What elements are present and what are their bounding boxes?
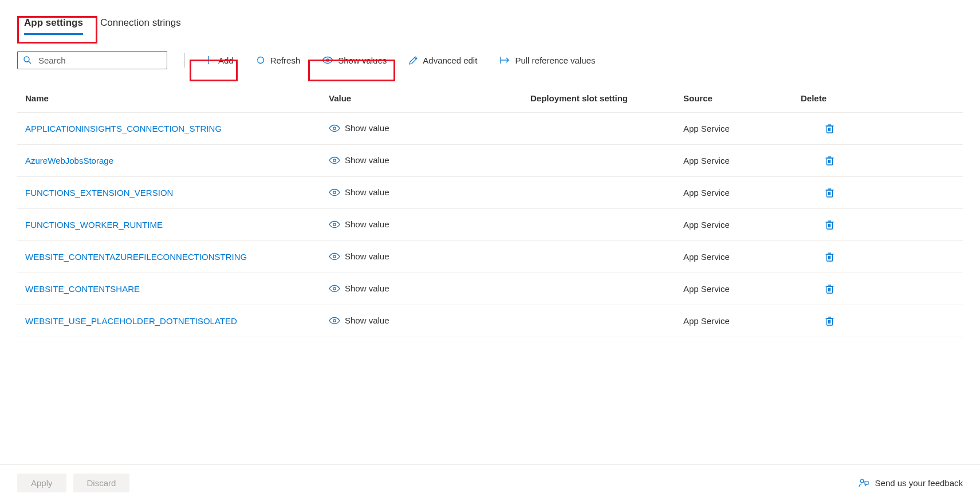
table-row: WEBSITE_CONTENTSHAREShow valueApp Servic…: [17, 273, 963, 305]
pencil-icon: [408, 56, 418, 65]
column-header-deployment-slot[interactable]: Deployment slot setting: [530, 93, 683, 103]
tab-connection-strings[interactable]: Connection strings: [100, 17, 181, 35]
add-label: Add: [218, 56, 234, 65]
svg-point-0: [24, 57, 29, 62]
setting-name-link[interactable]: AzureWebJobsStorage: [25, 156, 329, 165]
source-cell: App Service: [683, 156, 801, 165]
svg-point-57: [860, 479, 864, 483]
show-values-button[interactable]: Show values: [318, 53, 390, 68]
delete-button[interactable]: [825, 123, 835, 134]
eye-icon: [329, 188, 340, 196]
eye-icon: [329, 317, 340, 325]
setting-name-link[interactable]: APPLICATIONINSIGHTS_CONNECTION_STRING: [25, 124, 329, 133]
show-value-label: Show value: [345, 251, 389, 261]
refresh-button[interactable]: Refresh: [252, 53, 304, 68]
svg-point-50: [333, 319, 336, 322]
show-value-button[interactable]: Show value: [329, 315, 389, 325]
source-cell: App Service: [683, 284, 801, 294]
column-header-value[interactable]: Value: [329, 93, 530, 103]
show-value-button[interactable]: Show value: [329, 187, 389, 197]
search-input[interactable]: [17, 51, 167, 69]
search-wrapper: [17, 51, 167, 69]
eye-icon: [322, 56, 333, 64]
table-row: AzureWebJobsStorageShow valueApp Service: [17, 145, 963, 177]
setting-name-link[interactable]: WEBSITE_CONTENTSHARE: [25, 284, 329, 294]
table-row: FUNCTIONS_WORKER_RUNTIMEShow valueApp Se…: [17, 209, 963, 241]
setting-name-link[interactable]: FUNCTIONS_WORKER_RUNTIME: [25, 220, 329, 230]
table-row: FUNCTIONS_EXTENSION_VERSIONShow valueApp…: [17, 177, 963, 209]
eye-icon: [329, 253, 340, 261]
footer-bar: Apply Discard Send us your feedback: [0, 464, 980, 501]
toolbar-divider: [184, 53, 185, 68]
source-cell: App Service: [683, 220, 801, 230]
svg-point-22: [333, 191, 336, 194]
table-row: WEBSITE_CONTENTAZUREFILECONNECTIONSTRING…: [17, 241, 963, 273]
show-values-label: Show values: [338, 56, 387, 65]
svg-point-8: [333, 127, 336, 129]
delete-button[interactable]: [825, 315, 835, 326]
delete-button[interactable]: [825, 283, 835, 294]
svg-point-29: [333, 223, 336, 226]
add-button[interactable]: Add: [200, 53, 237, 68]
svg-point-43: [333, 287, 336, 290]
show-value-button[interactable]: Show value: [329, 123, 389, 133]
svg-point-36: [333, 255, 336, 258]
table-header-row: Name Value Deployment slot setting Sourc…: [17, 93, 963, 113]
setting-name-link[interactable]: WEBSITE_USE_PLACEHOLDER_DOTNETISOLATED: [25, 316, 329, 326]
svg-line-1: [29, 61, 31, 64]
delete-button[interactable]: [825, 251, 835, 262]
refresh-icon: [255, 55, 266, 65]
source-cell: App Service: [683, 252, 801, 262]
source-cell: App Service: [683, 124, 801, 133]
show-value-label: Show value: [345, 187, 389, 197]
delete-button[interactable]: [825, 155, 835, 166]
show-value-label: Show value: [345, 315, 389, 325]
table-row: WEBSITE_USE_PLACEHOLDER_DOTNETISOLATEDSh…: [17, 305, 963, 337]
eye-icon: [329, 156, 340, 164]
show-value-label: Show value: [345, 155, 389, 165]
show-value-label: Show value: [345, 283, 389, 293]
setting-name-link[interactable]: WEBSITE_CONTENTAZUREFILECONNECTIONSTRING: [25, 252, 329, 262]
show-value-button[interactable]: Show value: [329, 251, 389, 261]
setting-name-link[interactable]: FUNCTIONS_EXTENSION_VERSION: [25, 188, 329, 198]
tab-app-settings[interactable]: App settings: [24, 17, 83, 35]
plus-icon: [203, 55, 214, 65]
show-value-button[interactable]: Show value: [329, 155, 389, 165]
eye-icon: [329, 124, 340, 132]
table-row: APPLICATIONINSIGHTS_CONNECTION_STRINGSho…: [17, 113, 963, 145]
apply-button[interactable]: Apply: [17, 474, 66, 492]
refresh-label: Refresh: [270, 56, 301, 65]
pull-reference-label: Pull reference values: [515, 56, 595, 65]
column-header-name[interactable]: Name: [25, 93, 329, 103]
svg-line-5: [415, 57, 416, 59]
eye-icon: [329, 285, 340, 293]
svg-point-4: [326, 59, 329, 61]
send-feedback-link[interactable]: Send us your feedback: [858, 478, 963, 489]
svg-point-15: [333, 159, 336, 161]
discard-button[interactable]: Discard: [73, 474, 130, 492]
eye-icon: [329, 220, 340, 228]
show-value-label: Show value: [345, 123, 389, 133]
delete-button[interactable]: [825, 219, 835, 230]
feedback-icon: [858, 478, 869, 489]
advanced-edit-label: Advanced edit: [423, 56, 477, 65]
toolbar: Add Refresh Show values Advanced edit Pu…: [17, 51, 963, 69]
delete-button[interactable]: [825, 187, 835, 198]
tab-bar: App settings Connection strings: [17, 17, 963, 35]
pull-reference-values-button[interactable]: Pull reference values: [495, 53, 599, 68]
search-icon: [23, 56, 32, 65]
pull-icon: [499, 56, 510, 65]
column-header-delete: Delete: [801, 93, 858, 103]
show-value-label: Show value: [345, 219, 389, 229]
show-value-button[interactable]: Show value: [329, 219, 389, 229]
source-cell: App Service: [683, 188, 801, 198]
advanced-edit-button[interactable]: Advanced edit: [405, 53, 481, 68]
table-body: APPLICATIONINSIGHTS_CONNECTION_STRINGSho…: [17, 113, 963, 337]
source-cell: App Service: [683, 316, 801, 326]
column-header-source[interactable]: Source: [683, 93, 801, 103]
send-feedback-label: Send us your feedback: [875, 478, 963, 488]
show-value-button[interactable]: Show value: [329, 283, 389, 293]
